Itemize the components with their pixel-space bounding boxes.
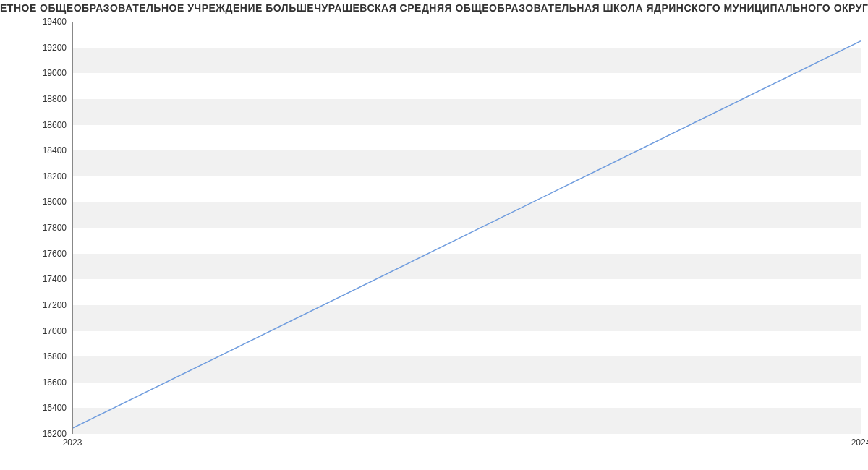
y-tick-label: 16600	[23, 377, 67, 388]
y-tick-label: 16800	[23, 351, 67, 362]
grid-band	[73, 150, 861, 176]
y-tick-label: 17000	[23, 326, 67, 336]
x-tick-label: 2023	[63, 437, 82, 448]
y-tick-label: 18000	[23, 197, 67, 207]
grid-band	[73, 305, 861, 331]
y-tick-label: 16200	[23, 429, 67, 439]
y-tick-label: 18400	[23, 145, 67, 155]
y-tick-label: 19200	[23, 43, 67, 53]
grid-band	[73, 408, 861, 434]
grid-band	[73, 254, 861, 280]
y-tick-label: 17400	[23, 274, 67, 284]
grid-band	[73, 99, 861, 125]
x-tick-label: 2024	[851, 437, 868, 448]
y-tick-label: 18800	[23, 94, 67, 104]
y-tick-label: 18600	[23, 120, 67, 130]
plot-area	[72, 22, 861, 434]
chart-title: ЕТНОЕ ОБЩЕОБРАЗОВАТЕЛЬНОЕ УЧРЕЖДЕНИЕ БОЛ…	[0, 2, 868, 14]
grid-band	[73, 202, 861, 228]
y-tick-label: 17800	[23, 223, 67, 233]
y-tick-label: 16400	[23, 403, 67, 413]
chart-container: ЕТНОЕ ОБЩЕОБРАЗОВАТЕЛЬНОЕ УЧРЕЖДЕНИЕ БОЛ…	[0, 0, 868, 470]
grid-band	[73, 356, 861, 383]
grid-band	[73, 48, 861, 74]
y-tick-label: 17200	[23, 300, 67, 310]
y-tick-label: 19000	[23, 68, 67, 78]
y-tick-label: 19400	[23, 17, 67, 27]
y-tick-label: 17600	[23, 249, 67, 259]
y-tick-label: 18200	[23, 171, 67, 181]
